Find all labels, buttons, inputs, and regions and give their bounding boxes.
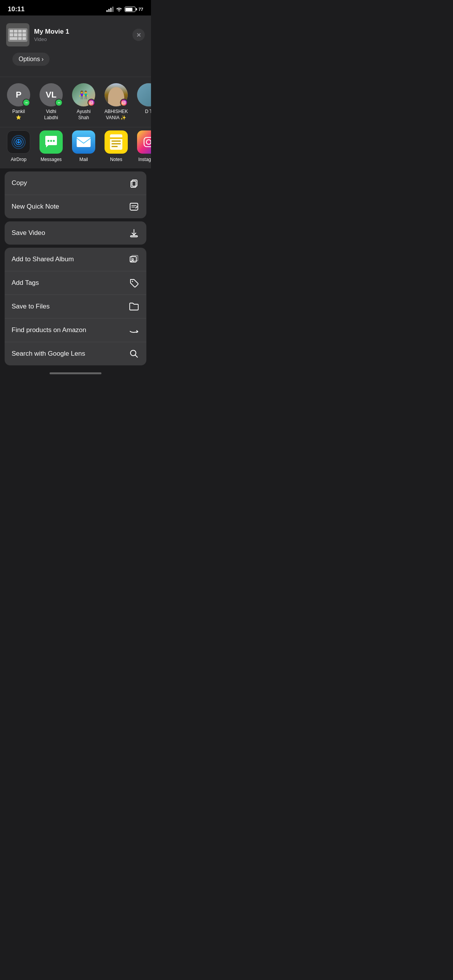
share-meta: My Movie 1 Video <box>34 28 128 42</box>
svg-rect-20 <box>110 134 122 150</box>
shared-album-icon <box>129 254 139 265</box>
bottom-bar <box>0 368 151 382</box>
contact-name-pankil: Pankil <box>12 109 25 115</box>
mail-icon <box>72 130 95 154</box>
svg-point-16 <box>48 140 50 142</box>
svg-rect-25 <box>144 137 151 147</box>
svg-point-18 <box>53 140 55 142</box>
svg-point-2 <box>26 102 27 103</box>
svg-point-12 <box>125 101 125 102</box>
share-header: My Movie 1 Video ✕ <box>0 15 151 53</box>
instagram-badge-abhishek <box>120 99 128 106</box>
share-thumbnail <box>6 23 29 46</box>
video-thumbnail-icon <box>8 28 27 42</box>
contact-abhishek[interactable]: ABHISHEKVANIA ✨ <box>104 83 129 121</box>
svg-point-8 <box>91 102 92 103</box>
svg-rect-23 <box>112 143 121 144</box>
contact-ayushi[interactable]: 👫 AyushiShah <box>71 83 96 121</box>
messages-badge-pankil <box>22 99 30 106</box>
folder-icon <box>129 301 139 312</box>
save-video-action[interactable]: Save Video <box>5 221 146 245</box>
svg-point-17 <box>50 140 52 142</box>
messages-label: Messages <box>41 157 62 162</box>
svg-point-34 <box>132 259 134 260</box>
instagram-badge-ayushi <box>88 99 95 106</box>
svg-point-6 <box>59 102 60 103</box>
close-button[interactable]: ✕ <box>132 29 145 41</box>
svg-rect-19 <box>77 137 91 147</box>
close-icon: ✕ <box>136 32 141 38</box>
contact-d[interactable]: D T <box>136 83 151 121</box>
svg-rect-31 <box>130 236 137 237</box>
notes-icon <box>105 130 128 154</box>
tag-icon <box>129 278 139 288</box>
signal-icon <box>106 7 113 12</box>
contact-name-abhishek: ABHISHEKVANIA ✨ <box>105 109 128 121</box>
status-bar: 10:11 77 <box>0 0 151 15</box>
svg-point-1 <box>25 102 26 103</box>
status-time: 10:11 <box>8 5 24 13</box>
contact-vidhi[interactable]: VL VidhiLabdhi <box>39 83 63 121</box>
new-quick-note-action[interactable]: New Quick Note <box>5 195 146 218</box>
options-area: Options › <box>0 53 151 77</box>
find-on-amazon-action[interactable]: Find products on Amazon <box>5 318 146 342</box>
contacts-row[interactable]: P Pankil ⭐ VL <box>0 77 151 127</box>
svg-point-9 <box>92 101 93 102</box>
add-tags-action[interactable]: Add Tags <box>5 271 146 295</box>
add-to-shared-album-action[interactable]: Add to Shared Album <box>5 248 146 271</box>
download-icon <box>129 228 139 238</box>
wifi-icon <box>116 7 122 12</box>
share-title: My Movie 1 <box>34 28 128 36</box>
svg-point-26 <box>146 140 151 144</box>
app-instagram[interactable]: Instagram <box>136 130 151 162</box>
contact-pankil[interactable]: P Pankil ⭐ <box>6 83 31 121</box>
app-notes[interactable]: Notes <box>104 130 129 162</box>
options-button[interactable]: Options › <box>12 53 50 66</box>
action-group-3: Add to Shared Album Add Tags Save to Fil… <box>5 248 146 365</box>
app-airdrop[interactable]: AirDrop <box>6 130 31 162</box>
svg-point-11 <box>123 102 125 103</box>
contact-name-d: D T <box>145 109 151 115</box>
save-to-files-action[interactable]: Save to Files <box>5 295 146 318</box>
battery-icon: 77 <box>125 7 143 12</box>
app-mail[interactable]: Mail <box>71 130 96 162</box>
messages-badge-vidhi <box>55 99 63 106</box>
copy-icon <box>129 178 139 188</box>
messages-icon <box>39 130 63 154</box>
instagram-label: Instagram <box>138 157 151 162</box>
svg-point-5 <box>58 102 59 103</box>
svg-rect-24 <box>112 146 118 147</box>
notes-label: Notes <box>110 157 122 162</box>
search-icon <box>129 348 139 359</box>
contact-name-ayushi: AyushiShah <box>77 109 91 121</box>
svg-line-37 <box>136 355 138 358</box>
quick-note-icon <box>129 201 139 212</box>
app-messages[interactable]: Messages <box>39 130 63 162</box>
mail-label: Mail <box>79 157 88 162</box>
search-google-lens-action[interactable]: Search with Google Lens <box>5 342 146 365</box>
airdrop-label: AirDrop <box>11 157 27 162</box>
apps-row[interactable]: AirDrop Messages Mail <box>0 127 151 168</box>
share-sheet: My Movie 1 Video ✕ Options › P <box>0 15 151 168</box>
airdrop-icon <box>7 130 30 154</box>
avatar-d <box>137 83 151 106</box>
home-indicator <box>50 372 101 374</box>
contact-name-vidhi: VidhiLabdhi <box>44 109 58 121</box>
svg-point-3 <box>27 102 27 103</box>
action-group-2: Save Video <box>5 221 146 245</box>
svg-rect-22 <box>112 140 121 142</box>
copy-action[interactable]: Copy <box>5 171 146 195</box>
share-subtitle: Video <box>34 36 128 42</box>
svg-point-35 <box>132 281 133 282</box>
action-group-1: Copy New Quick Note <box>5 171 146 218</box>
instagram-icon <box>137 130 151 154</box>
status-icons: 77 <box>106 7 143 12</box>
amazon-icon <box>129 325 139 336</box>
svg-point-4 <box>58 102 58 103</box>
